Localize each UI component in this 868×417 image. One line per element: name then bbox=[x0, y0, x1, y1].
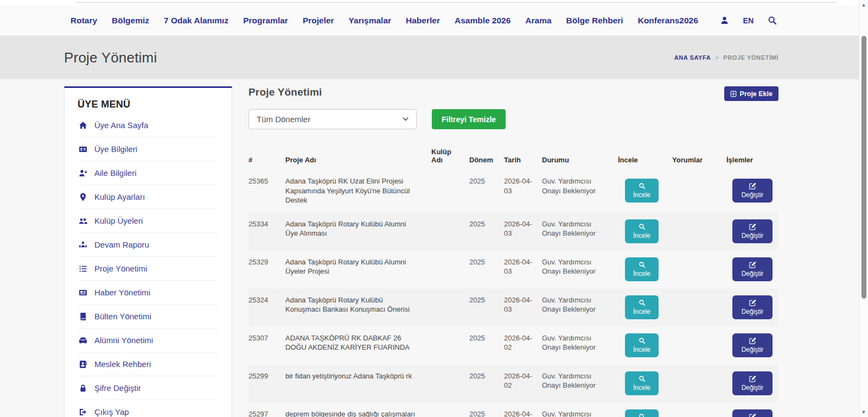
project-date: 2026-04-03 bbox=[504, 295, 535, 314]
scroll-down-arrow[interactable]: ▼ bbox=[859, 409, 868, 415]
col-header-status: Durumu bbox=[542, 156, 611, 164]
sidebar-item-label: Meslek Rehberi bbox=[94, 359, 151, 369]
nav-item[interactable]: Haberler bbox=[406, 16, 440, 26]
project-id: 25297 bbox=[248, 409, 279, 417]
project-name: ADANA TAŞKÖPRÜ RK DABKAF 26 DOĞU AKDENİZ… bbox=[285, 333, 425, 352]
project-id: 25299 bbox=[248, 371, 279, 381]
magnifier-icon bbox=[639, 299, 646, 306]
sidebar-item-label: Üye Ana Sayfa bbox=[94, 121, 148, 130]
inspect-button[interactable]: İncele bbox=[625, 257, 659, 281]
task-list-icon bbox=[79, 264, 87, 273]
nav-item[interactable]: Yarışmalar bbox=[349, 16, 391, 26]
inspect-button[interactable]: İncele bbox=[625, 179, 659, 203]
period-select[interactable]: Tüm Dönemler bbox=[248, 109, 417, 129]
vertical-scrollbar[interactable]: ▲ ▼ bbox=[859, 0, 868, 417]
address-book-icon bbox=[79, 360, 87, 369]
sidebar-item-label: Kulüp Ayarları bbox=[94, 192, 145, 201]
magnifier-icon bbox=[639, 261, 646, 268]
edit-button[interactable]: Değiştir bbox=[732, 409, 773, 417]
top-navigation: Rotary Bölgemiz 7 Odak Alanımız Programl… bbox=[0, 5, 868, 36]
project-term: 2025 bbox=[469, 176, 497, 186]
edit-button[interactable]: Değiştir bbox=[732, 179, 773, 203]
sidebar-item-label: Bülten Yönetimi bbox=[94, 312, 151, 321]
inspect-button[interactable]: İncele bbox=[625, 371, 659, 395]
sidebar-item-label: Proje Yönetimi bbox=[94, 264, 147, 273]
nav-item[interactable]: 7 Odak Alanımız bbox=[164, 16, 228, 26]
people-group-icon bbox=[79, 241, 87, 249]
nav-item[interactable]: Asamble 2026 bbox=[455, 16, 510, 26]
sidebar-item[interactable]: Aile Bilgileri bbox=[78, 161, 219, 185]
sidebar-item[interactable]: Bülten Yönetimi bbox=[78, 305, 219, 328]
sidebar-title: ÜYE MENÜ bbox=[78, 99, 219, 110]
inspect-button[interactable]: İncele bbox=[625, 409, 659, 417]
nav-item[interactable]: Arama bbox=[525, 16, 551, 26]
project-term: 2025 bbox=[469, 219, 497, 229]
users-icon bbox=[79, 217, 87, 225]
sidebar-item[interactable]: Üye Ana Sayfa bbox=[78, 113, 219, 137]
scroll-up-arrow[interactable]: ▲ bbox=[859, 2, 868, 8]
sidebar-item[interactable]: Şifre Değiştir bbox=[78, 376, 219, 400]
breadcrumb-home-link[interactable]: ANA SAYFA bbox=[674, 54, 711, 61]
content-area: ÜYE MENÜ Üye Ana Sayfa Üye Bilgileri Ail… bbox=[0, 79, 868, 417]
sidebar-item[interactable]: Üye Bilgileri bbox=[78, 137, 219, 161]
magnifier-icon bbox=[639, 182, 646, 189]
nav-item[interactable]: Bölge Rehberi bbox=[566, 16, 623, 26]
user-icon[interactable] bbox=[720, 16, 729, 25]
edit-button[interactable]: Değiştir bbox=[732, 371, 773, 395]
project-name: bir fidan yetiştiriyoruz Adana Taşköprü … bbox=[285, 371, 425, 381]
edit-button[interactable]: Değiştir bbox=[732, 219, 773, 243]
col-header-inspect: İncele bbox=[618, 156, 666, 164]
page-title: Proje Yönetimi bbox=[64, 49, 157, 66]
project-id: 25329 bbox=[248, 257, 279, 267]
project-status: Guv. Yardımcısı Onayı Bekleniyor bbox=[542, 257, 611, 276]
breadcrumb: ANA SAYFA > PROJE YÖNETİMİ bbox=[674, 54, 778, 61]
couch-icon bbox=[79, 336, 87, 345]
project-term: 2025 bbox=[469, 333, 497, 343]
table-row: 25299 bir fidan yetiştiriyoruz Adana Taş… bbox=[248, 364, 778, 402]
sidebar-item[interactable]: Devam Raporu bbox=[78, 233, 219, 257]
search-icon[interactable] bbox=[768, 16, 777, 25]
col-header-date: Tarih bbox=[504, 156, 535, 164]
sidebar-item[interactable]: Meslek Rehberi bbox=[78, 352, 219, 376]
inspect-button[interactable]: İncele bbox=[625, 219, 659, 243]
sidebar-item[interactable]: Kulüp Üyeleri bbox=[78, 209, 219, 233]
chevron-down-icon bbox=[403, 117, 409, 121]
project-term: 2025 bbox=[469, 371, 497, 381]
edit-button[interactable]: Değiştir bbox=[732, 257, 773, 281]
sidebar-item[interactable]: Haber Yönetimi bbox=[78, 281, 219, 305]
nav-item[interactable]: Rotary bbox=[71, 16, 97, 26]
table-row: 25334 Adana Taşköprü Rotary Kulübü Alumn… bbox=[248, 212, 778, 250]
project-date: 2026-04-02 bbox=[504, 333, 535, 352]
scrollbar-thumb[interactable] bbox=[861, 36, 866, 299]
project-term: 2025 bbox=[469, 409, 497, 417]
nav-item[interactable]: Bölgemiz bbox=[112, 16, 149, 26]
id-card-icon bbox=[79, 145, 87, 154]
edit-button[interactable]: Değiştir bbox=[732, 333, 773, 357]
inspect-button[interactable]: İncele bbox=[625, 333, 659, 357]
col-header-club: Kulüp Adı bbox=[431, 148, 463, 164]
browser-top-strip bbox=[0, 0, 868, 5]
period-select-value: Tüm Dönemler bbox=[257, 115, 310, 124]
sidebar-item-label: Aile Bilgileri bbox=[94, 168, 137, 178]
sidebar-item[interactable]: Proje Yönetimi bbox=[78, 257, 219, 281]
sidebar-item-label: Şifre Değiştir bbox=[94, 383, 141, 393]
nav-item[interactable]: Konferans2026 bbox=[638, 16, 698, 26]
book-icon bbox=[79, 312, 87, 321]
sidebar-item[interactable]: Alümni Yönetimi bbox=[78, 328, 219, 352]
inspect-button[interactable]: İncele bbox=[625, 295, 659, 319]
edit-button[interactable]: Değiştir bbox=[732, 295, 773, 319]
sidebar-item[interactable]: Çıkış Yap bbox=[78, 400, 219, 417]
sidebar-item[interactable]: Kulüp Ayarları bbox=[78, 185, 219, 209]
col-header-name: Proje Adı bbox=[285, 156, 425, 164]
project-date: 2026-04-03 bbox=[504, 176, 535, 195]
project-name: deprem bölgesinde diş sağlığı çalışmalar… bbox=[285, 409, 425, 417]
nav-item[interactable]: Programlar bbox=[243, 16, 288, 26]
sidebar-item-label: Kulüp Üyeleri bbox=[94, 216, 143, 225]
table-row: 25324 Adana Taşköprü Rotary Kulübü Konuş… bbox=[248, 288, 778, 326]
col-header-actions: İşlemler bbox=[726, 156, 778, 164]
clear-filter-button[interactable]: Filtreyi Temizle bbox=[432, 109, 506, 129]
language-toggle[interactable]: EN bbox=[743, 16, 754, 25]
nav-item[interactable]: Projeler bbox=[303, 16, 334, 26]
add-project-button[interactable]: Proje Ekle bbox=[724, 86, 778, 101]
newspaper-icon bbox=[79, 288, 87, 297]
